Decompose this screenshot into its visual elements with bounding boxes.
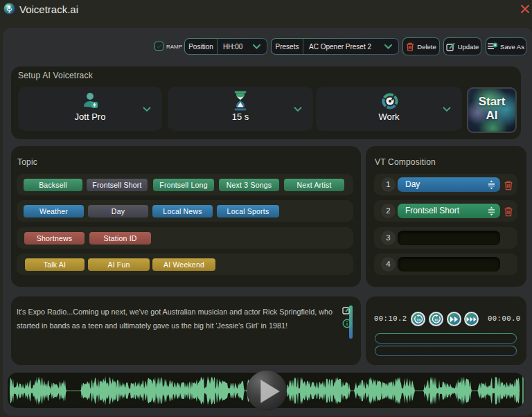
svg-text:10: 10 — [434, 317, 438, 321]
svg-text:10: 10 — [416, 317, 420, 321]
